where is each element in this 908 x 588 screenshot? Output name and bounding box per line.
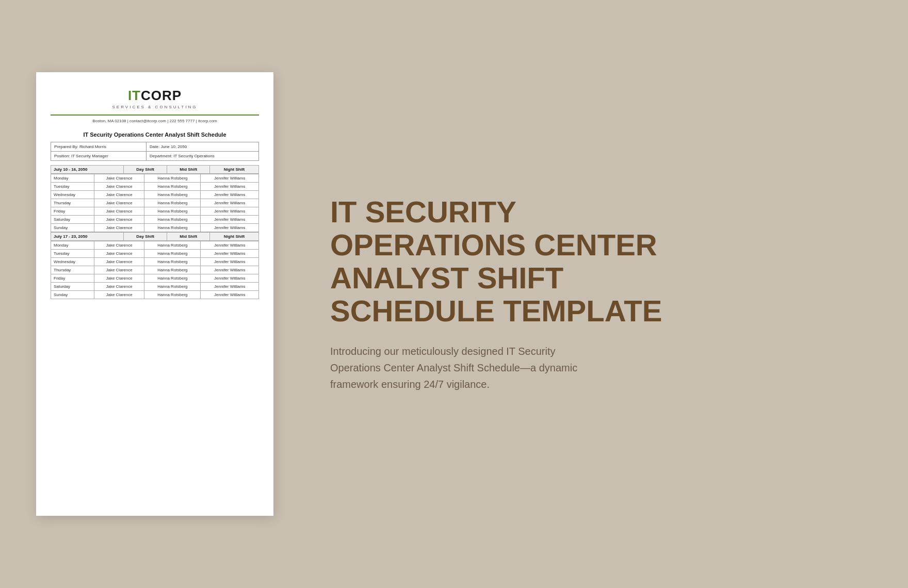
table-row: FridayJake ClarenceHanna RotsbergJennife… (51, 274, 259, 283)
table-row: FridayJake ClarenceHanna RotsbergJennife… (51, 207, 259, 216)
week2-night-header: Night Shift (210, 233, 259, 241)
mid_shift-cell: Hanna Rotsberg (144, 224, 201, 232)
day-cell: Thursday (51, 199, 94, 207)
table-row: SundayJake ClarenceHanna RotsbergJennife… (51, 224, 259, 232)
mid_shift-cell: Hanna Rotsberg (144, 283, 201, 291)
week1-night-header: Night Shift (210, 166, 259, 174)
table-row: ThursdayJake ClarenceHanna RotsbergJenni… (51, 199, 259, 207)
night_shift-cell: Jennifer Williams (201, 258, 259, 266)
table-row: TuesdayJake ClarenceHanna RotsbergJennif… (51, 183, 259, 191)
day-cell: Saturday (51, 216, 94, 224)
day_shift-cell: Jake Clarence (94, 283, 144, 291)
mid_shift-cell: Hanna Rotsberg (144, 174, 201, 183)
night_shift-cell: Jennifer Williams (201, 283, 259, 291)
logo-area: ITCORP SERVICES & CONSULTING (51, 88, 259, 109)
department: Department: IT Security Operations (147, 152, 259, 161)
night_shift-cell: Jennifer Williams (201, 291, 259, 299)
document: ITCORP SERVICES & CONSULTING Boston, MA … (36, 72, 273, 516)
contact-bar: Boston, MA 02108 | contact@itcorp.com | … (51, 115, 259, 126)
mid_shift-cell: Hanna Rotsberg (144, 266, 201, 274)
night_shift-cell: Jennifer Williams (201, 274, 259, 283)
schedule-table-week2: July 17 - 23, 2050 Day Shift Mid Shift N… (51, 232, 259, 241)
big-title: IT SECURITYOPERATIONS CENTERANALYST SHIF… (330, 195, 877, 327)
day-cell: Monday (51, 174, 94, 183)
day-cell: Thursday (51, 266, 94, 274)
day_shift-cell: Jake Clarence (94, 266, 144, 274)
day-cell: Saturday (51, 283, 94, 291)
night_shift-cell: Jennifer Williams (201, 250, 259, 258)
day_shift-cell: Jake Clarence (94, 183, 144, 191)
day_shift-cell: Jake Clarence (94, 258, 144, 266)
week1-header-row: July 10 - 16, 2050 Day Shift Mid Shift N… (51, 166, 259, 174)
day_shift-cell: Jake Clarence (94, 191, 144, 199)
day_shift-cell: Jake Clarence (94, 216, 144, 224)
mid_shift-cell: Hanna Rotsberg (144, 291, 201, 299)
day_shift-cell: Jake Clarence (94, 199, 144, 207)
week2-header-row: July 17 - 23, 2050 Day Shift Mid Shift N… (51, 233, 259, 241)
day_shift-cell: Jake Clarence (94, 174, 144, 183)
day-cell: Friday (51, 274, 94, 283)
schedule-rows-week1: MondayJake ClarenceHanna RotsbergJennife… (51, 174, 259, 232)
table-row: WednesdayJake ClarenceHanna RotsbergJenn… (51, 191, 259, 199)
table-row: SaturdayJake ClarenceHanna RotsbergJenni… (51, 216, 259, 224)
day-cell: Sunday (51, 291, 94, 299)
night_shift-cell: Jennifer Williams (201, 241, 259, 250)
day-cell: Monday (51, 241, 94, 250)
night_shift-cell: Jennifer Williams (201, 224, 259, 232)
day_shift-cell: Jake Clarence (94, 250, 144, 258)
logo-it: IT (128, 88, 141, 103)
table-row: MondayJake ClarenceHanna RotsbergJennife… (51, 241, 259, 250)
day-cell: Friday (51, 207, 94, 216)
week1-mid-header: Mid Shift (167, 166, 210, 174)
day_shift-cell: Jake Clarence (94, 207, 144, 216)
night_shift-cell: Jennifer Williams (201, 174, 259, 183)
company-logo: ITCORP (51, 88, 259, 104)
night_shift-cell: Jennifer Williams (201, 207, 259, 216)
table-row: MondayJake ClarenceHanna RotsbergJennife… (51, 174, 259, 183)
day_shift-cell: Jake Clarence (94, 241, 144, 250)
day-cell: Tuesday (51, 250, 94, 258)
position: Position: IT Security Manager (51, 152, 147, 161)
description: Introducing our meticulously designed IT… (330, 343, 598, 393)
prepared-by: Prepared By: Richard Morris (51, 142, 147, 152)
mid_shift-cell: Hanna Rotsberg (144, 274, 201, 283)
mid_shift-cell: Hanna Rotsberg (144, 207, 201, 216)
night_shift-cell: Jennifer Williams (201, 216, 259, 224)
week2-date: July 17 - 23, 2050 (51, 233, 124, 241)
week1-day-header: Day Shift (124, 166, 167, 174)
day-cell: Tuesday (51, 183, 94, 191)
mid_shift-cell: Hanna Rotsberg (144, 183, 201, 191)
document-title: IT Security Operations Center Analyst Sh… (51, 132, 259, 138)
day_shift-cell: Jake Clarence (94, 224, 144, 232)
day_shift-cell: Jake Clarence (94, 274, 144, 283)
week1-date: July 10 - 16, 2050 (51, 166, 124, 174)
night_shift-cell: Jennifer Williams (201, 191, 259, 199)
date: Date: June 10, 2050 (147, 142, 259, 152)
left-panel: ITCORP SERVICES & CONSULTING Boston, MA … (0, 0, 310, 588)
day-cell: Wednesday (51, 191, 94, 199)
mid_shift-cell: Hanna Rotsberg (144, 250, 201, 258)
meta-table: Prepared By: Richard Morris Date: June 1… (51, 142, 259, 161)
table-row: WednesdayJake ClarenceHanna RotsbergJenn… (51, 258, 259, 266)
mid_shift-cell: Hanna Rotsberg (144, 191, 201, 199)
mid_shift-cell: Hanna Rotsberg (144, 241, 201, 250)
day-cell: Wednesday (51, 258, 94, 266)
logo-subtitle: SERVICES & CONSULTING (51, 105, 259, 109)
table-row: TuesdayJake ClarenceHanna RotsbergJennif… (51, 250, 259, 258)
schedule-table-week1: July 10 - 16, 2050 Day Shift Mid Shift N… (51, 165, 259, 174)
night_shift-cell: Jennifer Williams (201, 266, 259, 274)
logo-corp: CORP (141, 88, 182, 103)
day_shift-cell: Jake Clarence (94, 291, 144, 299)
mid_shift-cell: Hanna Rotsberg (144, 258, 201, 266)
day-cell: Sunday (51, 224, 94, 232)
table-row: SaturdayJake ClarenceHanna RotsbergJenni… (51, 283, 259, 291)
mid_shift-cell: Hanna Rotsberg (144, 216, 201, 224)
mid_shift-cell: Hanna Rotsberg (144, 199, 201, 207)
week2-day-header: Day Shift (124, 233, 167, 241)
schedule-rows-week2: MondayJake ClarenceHanna RotsbergJennife… (51, 241, 259, 299)
week2-mid-header: Mid Shift (167, 233, 210, 241)
table-row: SundayJake ClarenceHanna RotsbergJennife… (51, 291, 259, 299)
night_shift-cell: Jennifer Williams (201, 183, 259, 191)
table-row: ThursdayJake ClarenceHanna RotsbergJenni… (51, 266, 259, 274)
right-panel: IT SECURITYOPERATIONS CENTERANALYST SHIF… (310, 0, 908, 588)
